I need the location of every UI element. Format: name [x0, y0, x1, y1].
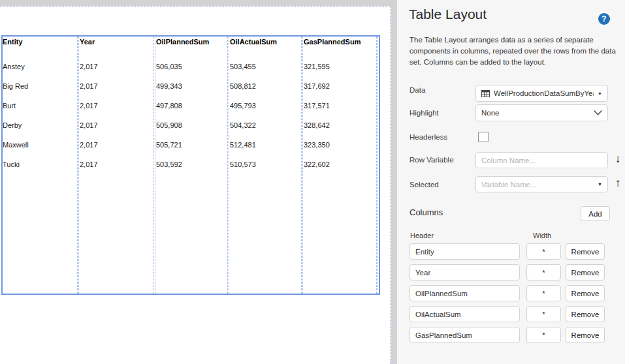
highlight-select-value: None: [481, 109, 590, 117]
table-cell: 317,692: [302, 82, 379, 101]
stage-right-chrome: [391, 0, 397, 364]
table-cell: 497,808: [155, 101, 229, 121]
table-header-cell: GasPlannedSum: [302, 37, 379, 62]
table-cell: 503,592: [155, 160, 229, 179]
column-width-input[interactable]: [526, 264, 561, 281]
table-cell: Tucki: [3, 160, 78, 179]
data-label: Data: [409, 86, 425, 94]
columns-section-title: Columns: [409, 207, 443, 217]
arrow-up-icon[interactable]: ↑: [613, 177, 623, 190]
table-cell: 317,571: [302, 101, 379, 121]
highlight-select[interactable]: None: [475, 104, 608, 121]
column-row: Remove: [397, 243, 625, 260]
table-cell: 321,595: [302, 62, 379, 82]
panel-description: The Table Layout arranges data as a seri…: [409, 35, 624, 68]
table-cell: 2,017: [78, 140, 155, 160]
stage-top-chrome: [0, 0, 391, 6]
dropdown-arrow-icon: ▼: [598, 91, 602, 96]
column-row: Remove: [397, 306, 625, 322]
preview-table: Entity Year OilPlannedSum OilActualSum G…: [3, 37, 379, 294]
table-cell: 495,793: [229, 101, 302, 121]
table-cell: 506,035: [155, 62, 229, 82]
table-cell: 2,017: [78, 82, 155, 101]
table-cell: 510,573: [229, 160, 302, 179]
highlight-label: Highlight: [409, 109, 439, 117]
table-cell: 504,322: [229, 121, 302, 140]
panel-title: Table Layout: [409, 7, 487, 22]
page-boundary-right: [390, 6, 391, 364]
selected-select[interactable]: Variable Name... ▼: [475, 176, 608, 192]
column-row: Remove: [397, 285, 625, 301]
add-column-button[interactable]: Add: [581, 206, 610, 221]
column-width-input[interactable]: [526, 306, 561, 322]
table-cell: Burt: [3, 101, 78, 121]
column-header-input[interactable]: [409, 264, 520, 281]
table-cell: 2,017: [78, 101, 155, 121]
table-cell: 508,812: [229, 82, 302, 101]
arrow-down-icon[interactable]: ↓: [613, 153, 623, 166]
chevron-down-icon: [594, 110, 602, 115]
properties-panel: Table Layout ? The Table Layout arranges…: [397, 0, 625, 364]
column-row: Remove: [397, 264, 625, 281]
table-header-cell: OilPlannedSum: [155, 37, 229, 62]
header-column-label: Header: [410, 232, 434, 239]
table-cell: Derby: [3, 121, 78, 140]
table-data-icon: [481, 90, 490, 97]
column-header-input[interactable]: [409, 327, 520, 343]
table-cell: 2,017: [78, 62, 155, 82]
table-header-cell: Entity: [3, 37, 78, 62]
headerless-checkbox[interactable]: [478, 132, 489, 142]
table-cell: 512,481: [229, 140, 302, 160]
table-header-cell: Year: [78, 37, 155, 62]
help-icon[interactable]: ?: [598, 13, 610, 25]
table-cell: 323,350: [302, 140, 379, 160]
table-cell: 505,908: [155, 121, 229, 140]
selected-select-placeholder: Variable Name...: [481, 181, 594, 189]
design-stage: Entity Year OilPlannedSum OilActualSum G…: [0, 0, 397, 364]
table-cell: 2,017: [78, 121, 155, 140]
remove-column-button[interactable]: Remove: [566, 285, 605, 301]
table-cell: 499,343: [155, 82, 229, 101]
table-cell: Anstey: [3, 62, 78, 82]
remove-column-button[interactable]: Remove: [566, 264, 605, 281]
dropdown-arrow-icon: ▼: [598, 182, 602, 187]
selected-label: Selected: [409, 181, 439, 189]
table-cell: 505,721: [155, 140, 229, 160]
table-cell: 322,602: [302, 160, 379, 179]
column-width-input[interactable]: [526, 285, 561, 301]
remove-column-button[interactable]: Remove: [566, 243, 605, 260]
row-variable-input[interactable]: [475, 152, 608, 168]
column-row: Remove: [397, 327, 625, 343]
width-column-label: Width: [533, 232, 551, 239]
remove-column-button[interactable]: Remove: [566, 327, 605, 343]
column-header-input[interactable]: [409, 306, 520, 322]
table-cell: 2,017: [78, 160, 155, 179]
column-header-input[interactable]: [409, 243, 520, 260]
table-cell: Maxwell: [3, 140, 78, 160]
column-width-input[interactable]: [526, 243, 561, 260]
column-width-input[interactable]: [526, 327, 561, 343]
table-header-cell: OilActualSum: [229, 37, 302, 62]
table-cell: 503,455: [229, 62, 302, 82]
table-cell: Big Red: [3, 82, 78, 101]
table-cell: 328,642: [302, 121, 379, 140]
column-header-input[interactable]: [409, 285, 520, 301]
headerless-label: Headerless: [409, 133, 447, 141]
data-select-value: WellProductionDataSumByYear: [494, 89, 594, 97]
row-variable-label: Row Variable: [409, 156, 454, 164]
data-select[interactable]: WellProductionDataSumByYear ▼: [475, 85, 608, 102]
table-layout-component[interactable]: Entity Year OilPlannedSum OilActualSum G…: [1, 35, 380, 295]
remove-column-button[interactable]: Remove: [566, 306, 605, 322]
